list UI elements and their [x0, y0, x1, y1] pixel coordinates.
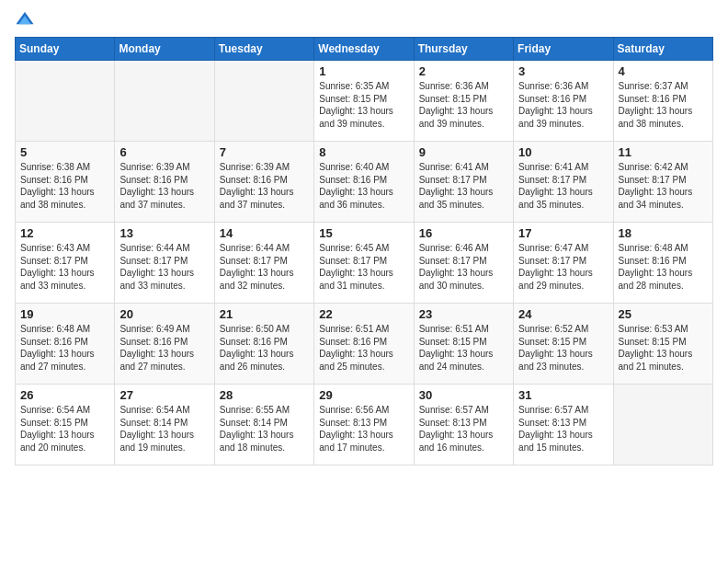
calendar-cell: 20Sunrise: 6:49 AM Sunset: 8:16 PM Dayli…	[115, 304, 214, 385]
calendar-cell: 5Sunrise: 6:38 AM Sunset: 8:16 PM Daylig…	[16, 142, 115, 223]
calendar-cell: 30Sunrise: 6:57 AM Sunset: 8:13 PM Dayli…	[414, 385, 513, 465]
day-number: 29	[319, 388, 408, 402]
page: SundayMondayTuesdayWednesdayThursdayFrid…	[0, 0, 728, 563]
day-number: 22	[319, 307, 408, 321]
day-info: Sunrise: 6:44 AM Sunset: 8:17 PM Dayligh…	[119, 242, 209, 292]
day-number: 19	[20, 307, 109, 321]
day-number: 8	[319, 145, 408, 159]
day-info: Sunrise: 6:55 AM Sunset: 8:14 PM Dayligh…	[220, 404, 309, 454]
day-info: Sunrise: 6:57 AM Sunset: 8:13 PM Dayligh…	[419, 404, 508, 454]
calendar-cell: 6Sunrise: 6:39 AM Sunset: 8:16 PM Daylig…	[115, 142, 214, 223]
calendar-cell: 7Sunrise: 6:39 AM Sunset: 8:16 PM Daylig…	[214, 142, 313, 223]
calendar-header-wednesday: Wednesday	[314, 38, 414, 61]
day-info: Sunrise: 6:43 AM Sunset: 8:17 PM Dayligh…	[20, 242, 109, 292]
day-number: 7	[220, 145, 309, 159]
calendar-cell	[115, 61, 214, 142]
calendar-cell: 9Sunrise: 6:41 AM Sunset: 8:17 PM Daylig…	[414, 142, 513, 223]
day-number: 31	[518, 388, 608, 402]
day-info: Sunrise: 6:51 AM Sunset: 8:16 PM Dayligh…	[319, 323, 408, 373]
day-number: 10	[518, 145, 608, 159]
day-number: 24	[518, 307, 608, 321]
calendar-table: SundayMondayTuesdayWednesdayThursdayFrid…	[15, 37, 713, 465]
calendar-cell	[214, 61, 313, 142]
day-info: Sunrise: 6:38 AM Sunset: 8:16 PM Dayligh…	[20, 161, 109, 211]
calendar-cell	[613, 385, 712, 465]
calendar-cell: 13Sunrise: 6:44 AM Sunset: 8:17 PM Dayli…	[115, 223, 214, 304]
calendar-header-thursday: Thursday	[414, 38, 513, 61]
day-info: Sunrise: 6:48 AM Sunset: 8:16 PM Dayligh…	[20, 323, 109, 373]
calendar-cell: 12Sunrise: 6:43 AM Sunset: 8:17 PM Dayli…	[16, 223, 115, 304]
day-number: 15	[319, 226, 408, 240]
day-number: 13	[119, 226, 209, 240]
day-number: 26	[20, 388, 109, 402]
day-info: Sunrise: 6:36 AM Sunset: 8:16 PM Dayligh…	[518, 80, 608, 130]
calendar-cell: 15Sunrise: 6:45 AM Sunset: 8:17 PM Dayli…	[314, 223, 414, 304]
day-number: 3	[518, 64, 608, 78]
calendar-cell: 26Sunrise: 6:54 AM Sunset: 8:15 PM Dayli…	[16, 385, 115, 465]
calendar-cell: 8Sunrise: 6:40 AM Sunset: 8:16 PM Daylig…	[314, 142, 414, 223]
calendar-header-monday: Monday	[115, 38, 214, 61]
calendar-cell: 28Sunrise: 6:55 AM Sunset: 8:14 PM Dayli…	[214, 385, 313, 465]
day-info: Sunrise: 6:35 AM Sunset: 8:15 PM Dayligh…	[319, 80, 408, 130]
day-number: 25	[619, 307, 708, 321]
day-number: 11	[619, 145, 708, 159]
calendar-cell: 24Sunrise: 6:52 AM Sunset: 8:15 PM Dayli…	[514, 304, 613, 385]
calendar-cell: 3Sunrise: 6:36 AM Sunset: 8:16 PM Daylig…	[514, 61, 613, 142]
calendar-header-tuesday: Tuesday	[214, 38, 313, 61]
logo	[15, 9, 39, 29]
calendar-cell	[16, 61, 115, 142]
day-number: 6	[119, 145, 209, 159]
day-info: Sunrise: 6:50 AM Sunset: 8:16 PM Dayligh…	[220, 323, 309, 373]
calendar-cell: 22Sunrise: 6:51 AM Sunset: 8:16 PM Dayli…	[314, 304, 414, 385]
calendar-cell: 21Sunrise: 6:50 AM Sunset: 8:16 PM Dayli…	[214, 304, 313, 385]
logo-icon	[15, 9, 35, 29]
day-number: 1	[319, 64, 408, 78]
calendar-cell: 17Sunrise: 6:47 AM Sunset: 8:17 PM Dayli…	[514, 223, 613, 304]
day-info: Sunrise: 6:56 AM Sunset: 8:13 PM Dayligh…	[319, 404, 408, 454]
day-number: 28	[220, 388, 309, 402]
day-number: 23	[419, 307, 508, 321]
day-info: Sunrise: 6:54 AM Sunset: 8:15 PM Dayligh…	[20, 404, 109, 454]
calendar-cell: 4Sunrise: 6:37 AM Sunset: 8:16 PM Daylig…	[613, 61, 712, 142]
calendar-cell: 2Sunrise: 6:36 AM Sunset: 8:15 PM Daylig…	[414, 61, 513, 142]
calendar-header-saturday: Saturday	[613, 38, 712, 61]
day-info: Sunrise: 6:49 AM Sunset: 8:16 PM Dayligh…	[119, 323, 209, 373]
day-number: 14	[220, 226, 309, 240]
day-info: Sunrise: 6:46 AM Sunset: 8:17 PM Dayligh…	[419, 242, 508, 292]
day-info: Sunrise: 6:42 AM Sunset: 8:17 PM Dayligh…	[619, 161, 708, 211]
day-info: Sunrise: 6:40 AM Sunset: 8:16 PM Dayligh…	[319, 161, 408, 211]
calendar-cell: 10Sunrise: 6:41 AM Sunset: 8:17 PM Dayli…	[514, 142, 613, 223]
day-info: Sunrise: 6:57 AM Sunset: 8:13 PM Dayligh…	[518, 404, 608, 454]
day-number: 27	[119, 388, 209, 402]
calendar-header-sunday: Sunday	[16, 38, 115, 61]
day-number: 17	[518, 226, 608, 240]
calendar-cell: 19Sunrise: 6:48 AM Sunset: 8:16 PM Dayli…	[16, 304, 115, 385]
calendar-cell: 16Sunrise: 6:46 AM Sunset: 8:17 PM Dayli…	[414, 223, 513, 304]
calendar-week-3: 12Sunrise: 6:43 AM Sunset: 8:17 PM Dayli…	[16, 223, 713, 304]
day-number: 18	[619, 226, 708, 240]
day-info: Sunrise: 6:39 AM Sunset: 8:16 PM Dayligh…	[119, 161, 209, 211]
day-info: Sunrise: 6:37 AM Sunset: 8:16 PM Dayligh…	[619, 80, 708, 130]
calendar-cell: 31Sunrise: 6:57 AM Sunset: 8:13 PM Dayli…	[514, 385, 613, 465]
day-info: Sunrise: 6:41 AM Sunset: 8:17 PM Dayligh…	[419, 161, 508, 211]
calendar-week-1: 1Sunrise: 6:35 AM Sunset: 8:15 PM Daylig…	[16, 61, 713, 142]
calendar-cell: 18Sunrise: 6:48 AM Sunset: 8:16 PM Dayli…	[613, 223, 712, 304]
calendar-cell: 11Sunrise: 6:42 AM Sunset: 8:17 PM Dayli…	[613, 142, 712, 223]
day-info: Sunrise: 6:53 AM Sunset: 8:15 PM Dayligh…	[619, 323, 708, 373]
day-info: Sunrise: 6:48 AM Sunset: 8:16 PM Dayligh…	[619, 242, 708, 292]
day-info: Sunrise: 6:47 AM Sunset: 8:17 PM Dayligh…	[518, 242, 608, 292]
day-number: 16	[419, 226, 508, 240]
day-info: Sunrise: 6:54 AM Sunset: 8:14 PM Dayligh…	[119, 404, 209, 454]
day-number: 2	[419, 64, 508, 78]
day-number: 20	[119, 307, 209, 321]
calendar-header-row: SundayMondayTuesdayWednesdayThursdayFrid…	[16, 38, 713, 61]
day-info: Sunrise: 6:52 AM Sunset: 8:15 PM Dayligh…	[518, 323, 608, 373]
calendar-cell: 1Sunrise: 6:35 AM Sunset: 8:15 PM Daylig…	[314, 61, 414, 142]
day-number: 30	[419, 388, 508, 402]
day-number: 21	[220, 307, 309, 321]
day-info: Sunrise: 6:51 AM Sunset: 8:15 PM Dayligh…	[419, 323, 508, 373]
day-number: 5	[20, 145, 109, 159]
day-number: 12	[20, 226, 109, 240]
calendar-week-4: 19Sunrise: 6:48 AM Sunset: 8:16 PM Dayli…	[16, 304, 713, 385]
calendar-cell: 14Sunrise: 6:44 AM Sunset: 8:17 PM Dayli…	[214, 223, 313, 304]
